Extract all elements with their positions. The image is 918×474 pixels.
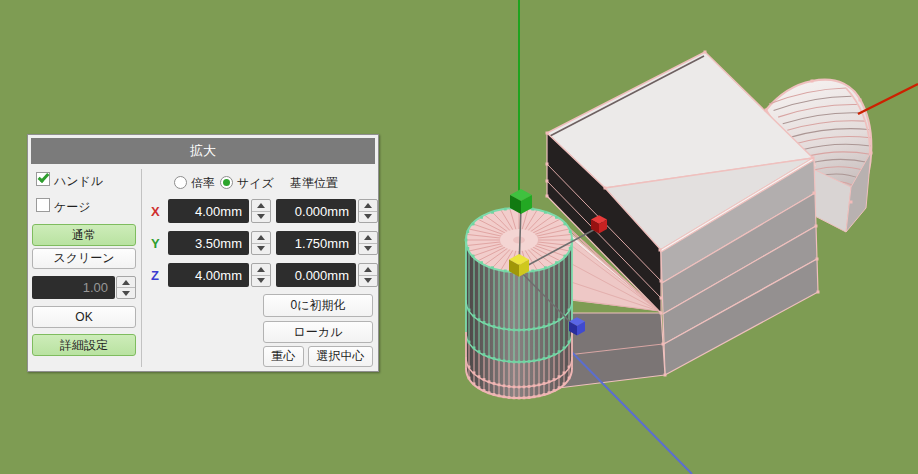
base-position-label: 基準位置 (290, 175, 338, 192)
cage-checkbox-label: ケージ (54, 199, 91, 216)
scale-value-spinner[interactable] (116, 276, 136, 299)
screen-mode-button[interactable]: スクリーン (32, 248, 136, 269)
ok-button[interactable]: OK (32, 306, 136, 328)
selection-center-button[interactable]: 選択中心 (308, 346, 373, 367)
y-size-spinner[interactable] (251, 231, 271, 255)
spin-up-icon[interactable] (364, 235, 372, 240)
z-size-input[interactable]: 4.00mm (168, 263, 249, 287)
z-base-spinner[interactable] (358, 263, 378, 287)
spin-down-icon[interactable] (364, 246, 372, 251)
scale-dialog: 拡大 ハンドル ケージ 通常 スクリーン 1.00 OK 詳細設定 倍率 サイズ… (27, 134, 379, 372)
spin-up-icon[interactable] (257, 235, 265, 240)
y-base-spinner[interactable] (358, 231, 378, 255)
local-button[interactable]: ローカル (263, 321, 373, 343)
spin-down-icon[interactable] (122, 291, 130, 296)
spin-up-icon[interactable] (122, 280, 130, 285)
check-icon (38, 171, 50, 183)
ratio-radio-label[interactable]: 倍率 (191, 175, 215, 192)
x-base-input[interactable]: 0.000mm (276, 199, 356, 223)
normal-mode-button[interactable]: 通常 (32, 224, 136, 246)
selected-cylinder[interactable] (465, 207, 574, 400)
z-size-spinner[interactable] (251, 263, 271, 287)
x-size-input[interactable]: 4.00mm (168, 199, 249, 223)
handle-checkbox[interactable] (36, 172, 50, 186)
centroid-button[interactable]: 重心 (263, 346, 304, 367)
spin-up-icon[interactable] (257, 267, 265, 272)
spin-down-icon[interactable] (364, 214, 372, 219)
scale-value-input[interactable]: 1.00 (32, 276, 115, 299)
dialog-titlebar[interactable]: 拡大 (31, 138, 375, 164)
ratio-radio[interactable] (174, 176, 187, 189)
spin-up-icon[interactable] (364, 203, 372, 208)
spin-up-icon[interactable] (257, 203, 265, 208)
x-size-spinner[interactable] (251, 199, 271, 223)
dialog-title: 拡大 (190, 142, 216, 160)
spin-down-icon[interactable] (364, 278, 372, 283)
size-radio[interactable] (220, 176, 233, 189)
y-base-input[interactable]: 1.750mm (276, 231, 356, 255)
size-radio-label[interactable]: サイズ (237, 175, 274, 192)
y-size-input[interactable]: 3.50mm (168, 231, 249, 255)
axis-label: Z (151, 268, 159, 283)
init-zero-button[interactable]: 0に初期化 (263, 294, 373, 317)
divider (141, 169, 142, 367)
x-base-spinner[interactable] (358, 199, 378, 223)
axis-label: Y (151, 236, 160, 251)
handle-checkbox-label: ハンドル (54, 173, 103, 190)
spin-down-icon[interactable] (257, 278, 265, 283)
axis-label: X (151, 204, 160, 219)
advanced-settings-button[interactable]: 詳細設定 (32, 334, 136, 356)
spin-down-icon[interactable] (257, 246, 265, 251)
spin-up-icon[interactable] (364, 267, 372, 272)
z-base-input[interactable]: 0.000mm (276, 263, 356, 287)
spin-down-icon[interactable] (257, 214, 265, 219)
cage-checkbox[interactable] (36, 198, 50, 212)
